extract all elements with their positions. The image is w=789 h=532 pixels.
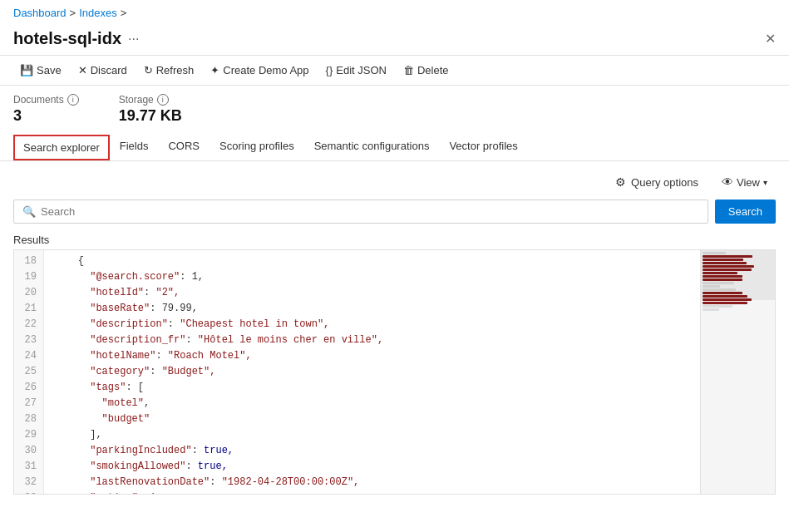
results-label: Results [0, 230, 789, 249]
search-input-wrapper: 🔍 [13, 200, 708, 224]
discard-button[interactable]: ✕ Discard [72, 61, 134, 80]
code-icon: {} [326, 64, 333, 76]
breadcrumb-sep1: > [70, 7, 76, 19]
breadcrumb: Dashboard > Indexes > [0, 0, 789, 26]
line-number: 30 [14, 443, 43, 459]
table-row: "tags": [ [54, 380, 690, 396]
tab-search-explorer[interactable]: Search explorer [13, 135, 110, 160]
table-row: "baseRate": 79.99, [54, 301, 690, 317]
documents-info-icon[interactable]: i [67, 94, 79, 106]
line-number: 33 [14, 490, 43, 494]
table-row: "smokingAllowed": true, [54, 459, 690, 475]
table-row: "description": "Cheapest hotel in town", [54, 317, 690, 332]
line-number: 21 [14, 301, 43, 317]
line-number: 27 [14, 396, 43, 411]
tab-vector-profiles[interactable]: Vector profiles [439, 133, 527, 160]
code-content[interactable]: { "@search.score": 1, "hotelId": "2", "b… [44, 250, 700, 494]
dashboard-link[interactable]: Dashboard [13, 7, 67, 19]
tab-fields[interactable]: Fields [110, 133, 159, 160]
documents-label: Documents [13, 94, 64, 106]
line-number: 23 [14, 332, 43, 348]
documents-stat: Documents i 3 [13, 94, 79, 125]
table-row: "lastRenovationDate": "1982-04-28T00:00:… [54, 475, 690, 490]
line-number: 28 [14, 411, 43, 427]
title-bar: hotels-sql-idx ··· ✕ [0, 26, 789, 55]
line-number: 20 [14, 285, 43, 301]
save-icon: 💾 [20, 64, 33, 76]
table-row: "hotelName": "Roach Motel", [54, 348, 690, 364]
chevron-down-icon: ▾ [763, 178, 767, 187]
line-number: 24 [14, 348, 43, 364]
delete-button[interactable]: 🗑 Delete [397, 61, 456, 80]
code-container: 181920212223242526272829303132333435 { "… [13, 249, 776, 495]
save-button[interactable]: 💾 Save [13, 61, 68, 80]
minimap-line [703, 305, 732, 308]
line-number: 19 [14, 269, 43, 285]
line-number: 18 [14, 254, 43, 269]
documents-value: 3 [13, 107, 79, 125]
line-number: 32 [14, 475, 43, 490]
storage-label: Storage [119, 94, 154, 106]
search-button[interactable]: Search [715, 200, 776, 224]
search-input-row: 🔍 Search [0, 200, 789, 230]
trash-icon: 🗑 [403, 64, 414, 76]
table-row: ], [54, 427, 690, 443]
close-button[interactable]: ✕ [765, 32, 776, 46]
table-row: "rating": 1 [54, 490, 690, 494]
table-row: "motel", [54, 396, 690, 411]
tabs: Search explorer Fields CORS Scoring prof… [0, 133, 789, 161]
edit-json-button[interactable]: {} Edit JSON [319, 61, 393, 80]
storage-value: 19.77 KB [119, 107, 182, 125]
view-icon: 👁 [722, 175, 733, 189]
discard-icon: ✕ [78, 64, 87, 76]
table-row: "description_fr": "Hôtel le moins cher e… [54, 332, 690, 348]
wand-icon: ✦ [210, 64, 219, 76]
storage-info-icon[interactable]: i [157, 94, 169, 106]
minimap-viewport [701, 250, 775, 300]
search-icon: 🔍 [22, 205, 36, 218]
ellipsis-menu[interactable]: ··· [128, 32, 139, 47]
tab-semantic-configurations[interactable]: Semantic configurations [304, 133, 440, 160]
line-number: 25 [14, 364, 43, 380]
line-number: 22 [14, 317, 43, 332]
view-button[interactable]: 👁 View ▾ [713, 171, 776, 193]
table-row: "parkingIncluded": true, [54, 443, 690, 459]
create-demo-button[interactable]: ✦ Create Demo App [204, 61, 315, 80]
search-controls: ⚙ Query options 👁 View ▾ [0, 161, 789, 200]
minimap [700, 250, 775, 494]
table-row: "budget" [54, 411, 690, 427]
indexes-link[interactable]: Indexes [79, 7, 117, 19]
table-row: "hotelId": "2", [54, 285, 690, 301]
minimap-line [703, 308, 719, 311]
search-input[interactable] [41, 205, 699, 218]
settings-icon: ⚙ [615, 175, 626, 189]
storage-stat: Storage i 19.77 KB [119, 94, 182, 125]
query-options-button[interactable]: ⚙ Query options [607, 171, 707, 193]
refresh-button[interactable]: ↻ Refresh [137, 61, 201, 80]
table-row: "category": "Budget", [54, 364, 690, 380]
line-numbers: 181920212223242526272829303132333435 [14, 250, 44, 494]
table-row: { [54, 254, 690, 269]
minimap-line [703, 302, 747, 304]
table-row: "@search.score": 1, [54, 269, 690, 285]
line-number: 26 [14, 380, 43, 396]
index-title: hotels-sql-idx [13, 29, 121, 48]
refresh-icon: ↻ [144, 64, 153, 76]
toolbar: 💾 Save ✕ Discard ↻ Refresh ✦ Create Demo… [0, 55, 789, 86]
line-number: 31 [14, 459, 43, 475]
stats-bar: Documents i 3 Storage i 19.77 KB [0, 86, 789, 133]
line-number: 29 [14, 427, 43, 443]
tab-scoring-profiles[interactable]: Scoring profiles [210, 133, 304, 160]
tab-cors[interactable]: CORS [158, 133, 210, 160]
breadcrumb-sep2: > [121, 7, 127, 19]
